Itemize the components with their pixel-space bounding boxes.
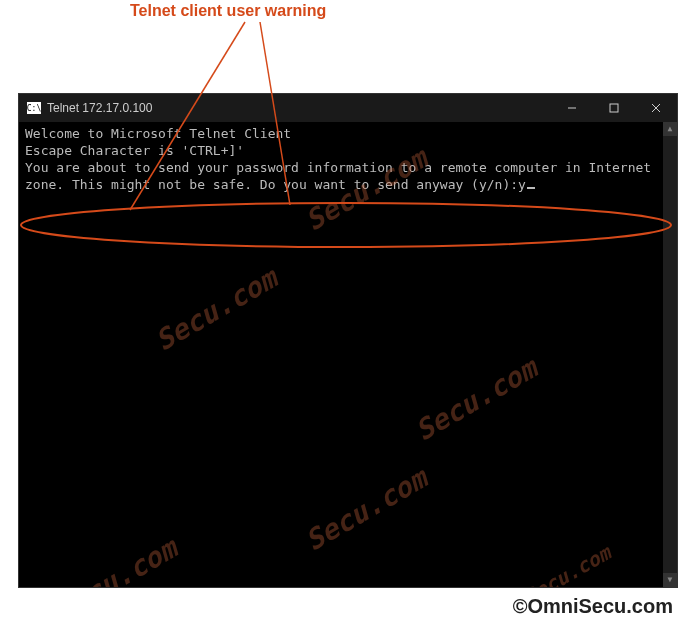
window-title: Telnet 172.17.0.100 xyxy=(47,101,551,115)
telnet-window: C:\ Telnet 172.17.0.100 Secu.com Secu.co… xyxy=(18,93,678,588)
user-input: y xyxy=(518,177,526,192)
terminal-body[interactable]: Secu.com Secu.com Secu.com Secu.com Secu… xyxy=(19,122,677,587)
window-titlebar[interactable]: C:\ Telnet 172.17.0.100 xyxy=(19,94,677,122)
svg-rect-3 xyxy=(610,104,618,112)
minimize-icon xyxy=(567,103,577,113)
maximize-button[interactable] xyxy=(593,94,635,122)
watermark-text: Secu.com xyxy=(409,351,544,450)
close-button[interactable] xyxy=(635,94,677,122)
terminal-line: Escape Character is 'CTRL+]' xyxy=(25,143,671,160)
watermark-text: Secu.com xyxy=(149,261,284,360)
maximize-icon xyxy=(609,103,619,113)
close-icon xyxy=(651,103,661,113)
scroll-up-button[interactable]: ▲ xyxy=(663,122,677,136)
scrollbar[interactable]: ▲ ▼ xyxy=(663,122,677,587)
credit-text: ©OmniSecu.com xyxy=(513,595,673,618)
minimize-button[interactable] xyxy=(551,94,593,122)
window-controls xyxy=(551,94,677,122)
cmd-icon: C:\ xyxy=(27,102,41,114)
watermark-text: Secu.com xyxy=(49,531,184,587)
terminal-line: Welcome to Microsoft Telnet Client xyxy=(25,126,671,143)
annotation-label: Telnet client user warning xyxy=(130,2,326,20)
scroll-down-button[interactable]: ▼ xyxy=(663,573,677,587)
watermark-text: Secu.com xyxy=(519,540,615,587)
cursor-icon xyxy=(527,187,535,189)
terminal-warning-line: You are about to send your password info… xyxy=(25,160,671,194)
watermark-text: Secu.com xyxy=(299,461,434,560)
warning-text: You are about to send your password info… xyxy=(25,160,659,192)
